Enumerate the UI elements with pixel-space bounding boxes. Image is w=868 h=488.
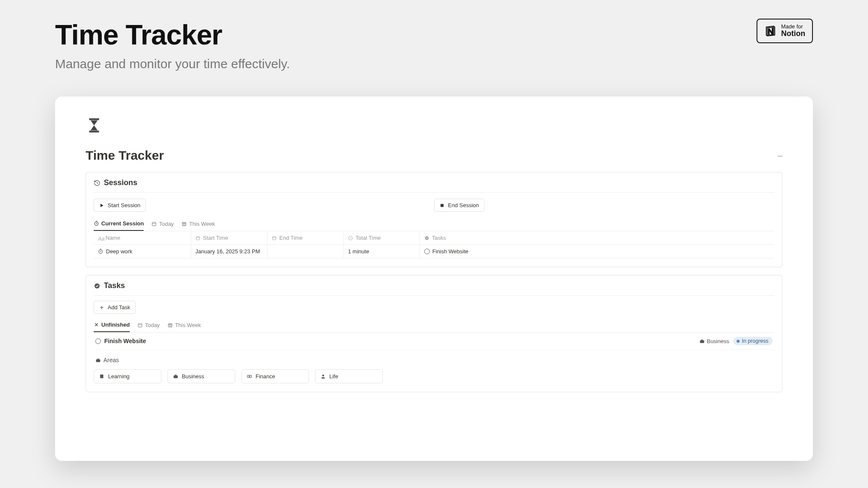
stop-icon: [440, 203, 445, 208]
svg-rect-14: [700, 340, 704, 343]
svg-rect-1: [89, 131, 99, 133]
sessions-heading: Sessions: [104, 178, 137, 187]
areas-heading: Areas: [103, 357, 119, 363]
col-name: Name: [106, 235, 120, 241]
area-chip-life[interactable]: Life: [315, 369, 383, 383]
clock-icon: [348, 236, 353, 241]
calendar-icon: [272, 236, 277, 241]
area-chip-finance[interactable]: Finance: [241, 369, 309, 383]
calendar-day-icon: [137, 322, 143, 328]
tasks-section: Tasks Add Task Unfinished Today This Wee…: [86, 275, 782, 392]
area-chip-learning[interactable]: Learning: [94, 369, 161, 383]
tab-label: Current Session: [101, 220, 144, 227]
person-icon: [320, 374, 326, 379]
svg-rect-15: [96, 359, 100, 362]
area-label: Finance: [256, 373, 275, 380]
svg-rect-0: [89, 118, 99, 120]
tab-this-week-tasks[interactable]: This Week: [167, 322, 201, 332]
play-icon: [99, 203, 104, 208]
calendar-week-icon: [167, 322, 173, 328]
status-badge: In progress: [733, 337, 773, 345]
task-name: Finish Website: [104, 338, 146, 344]
svg-rect-2: [441, 204, 444, 207]
svg-rect-16: [174, 375, 178, 378]
svg-point-11: [95, 283, 100, 288]
money-icon: [247, 374, 252, 379]
calendar-week-icon: [181, 221, 187, 227]
badge-line2: Notion: [781, 30, 805, 38]
area-label: Life: [329, 373, 338, 380]
calendar-icon: [195, 236, 200, 241]
calendar-day-icon: [151, 221, 157, 227]
timer-icon: [94, 221, 99, 226]
timer-icon: [98, 249, 103, 254]
tab-current-session[interactable]: Current Session: [94, 220, 144, 231]
collapse-toggle[interactable]: –: [778, 151, 782, 161]
status-circle-icon: [95, 338, 101, 344]
made-for-notion-badge[interactable]: Made for Notion: [757, 19, 813, 43]
add-task-button[interactable]: Add Task: [94, 301, 136, 314]
tab-today-tasks[interactable]: Today: [137, 322, 160, 332]
start-session-button[interactable]: Start Session: [94, 199, 146, 212]
page-title: Time Tracker: [55, 19, 290, 51]
svg-rect-5: [182, 222, 186, 226]
history-icon: [94, 180, 100, 186]
session-total: 1 minute: [348, 248, 369, 255]
tab-unfinished[interactable]: Unfinished: [94, 322, 130, 332]
inner-page-title: Time Tracker: [86, 148, 164, 163]
col-start: Start Time: [203, 235, 228, 241]
session-start: January 16, 2025 9:23 PM: [195, 248, 260, 255]
svg-point-9: [425, 236, 429, 240]
tab-today[interactable]: Today: [151, 220, 174, 231]
tasks-heading: Tasks: [104, 281, 125, 290]
status-circle-icon: [424, 249, 430, 254]
briefcase-icon: [95, 358, 101, 363]
svg-point-19: [322, 374, 324, 376]
tab-label: This Week: [189, 221, 215, 227]
svg-rect-6: [196, 236, 200, 240]
sessions-section: Sessions Start Session End Session Curre…: [86, 172, 782, 267]
svg-point-18: [249, 376, 250, 377]
page-subtitle: Manage and monitor your time effectively…: [55, 57, 290, 71]
hourglass-icon: [86, 117, 103, 134]
area-label: Business: [182, 373, 204, 380]
session-task: Finish Website: [432, 248, 468, 255]
svg-rect-4: [153, 222, 156, 226]
end-session-button[interactable]: End Session: [434, 199, 484, 212]
book-icon: [99, 374, 105, 379]
task-row[interactable]: Finish Website Business In progress: [94, 332, 774, 350]
tab-label: Today: [145, 322, 160, 328]
tab-label: Unfinished: [101, 322, 130, 328]
text-icon: Aa: [98, 236, 103, 241]
session-row[interactable]: Deep work January 16, 2025 9:23 PM 1 min…: [94, 245, 774, 258]
add-task-label: Add Task: [108, 304, 130, 311]
plus-icon: [99, 305, 104, 310]
badge-line1: Made for: [781, 24, 805, 30]
col-tasks: Tasks: [432, 235, 446, 241]
session-name: Deep work: [106, 248, 132, 255]
tab-label: Today: [159, 221, 174, 227]
check-circle-icon: [424, 236, 429, 241]
tab-this-week[interactable]: This Week: [181, 220, 215, 231]
notion-logo-icon: [764, 25, 777, 37]
area-label: Learning: [108, 373, 130, 380]
briefcase-icon: [173, 374, 178, 379]
tab-label: This Week: [175, 322, 201, 328]
briefcase-icon: [699, 338, 705, 344]
task-area-tag: Business: [699, 338, 729, 344]
col-end: End Time: [279, 235, 303, 241]
area-chip-business[interactable]: Business: [167, 369, 235, 383]
col-total: Total Time: [356, 235, 381, 241]
start-session-label: Start Session: [108, 202, 140, 208]
svg-rect-13: [168, 324, 172, 327]
notion-page-card: Time Tracker – Sessions Start Session En…: [55, 97, 813, 461]
status-dot-icon: [737, 340, 740, 343]
check-circle-icon: [94, 283, 100, 289]
end-session-label: End Session: [448, 202, 479, 208]
svg-rect-12: [138, 324, 142, 327]
x-icon: [94, 322, 99, 327]
svg-rect-7: [273, 236, 276, 240]
